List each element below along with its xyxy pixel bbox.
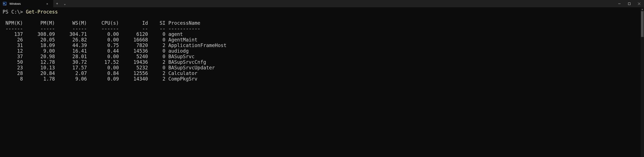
table-row: 37 20.98 28.01 0.00 5240 0 BASupSrvc: [2, 54, 642, 59]
prompt-prefix: PS C:\>: [2, 9, 26, 14]
terminal-output[interactable]: PS C:\> Get-Process NPM(K) PM(M) WS(M) C…: [0, 7, 644, 82]
svg-rect-1: [628, 2, 630, 5]
minimize-icon: [618, 2, 620, 5]
close-window-button[interactable]: [634, 0, 644, 7]
new-tab-button[interactable]: +: [53, 0, 61, 7]
tab-dropdown-button[interactable]: ⌄: [61, 0, 69, 7]
table-row: 23 10.13 17.57 0.00 5232 0 BASupSrvcUpda…: [2, 65, 642, 70]
tab-active[interactable]: >_ Windows ✕: [0, 0, 53, 7]
maximize-icon: [628, 2, 630, 5]
prompt-line: PS C:\> Get-Process: [2, 9, 642, 14]
table-row: 50 12.78 30.72 17.52 19436 2 BASupSrvcCn…: [2, 59, 642, 65]
terminal-viewport: PS C:\> Get-Process NPM(K) PM(M) WS(M) C…: [0, 7, 644, 157]
table-row: 28 20.84 2.07 0.84 12556 2 Calculator: [2, 70, 642, 76]
prompt-command: Get-Process: [26, 9, 58, 14]
powershell-icon: >_: [3, 2, 6, 5]
scroll-up-arrow-icon[interactable]: ▲: [640, 7, 644, 11]
table-header-row: NPM(K) PM(M) WS(M) CPU(s) Id SI ProcessN…: [2, 20, 642, 26]
tab-title: Windows: [10, 2, 42, 5]
blank-line: [2, 14, 642, 20]
tab-close-button[interactable]: ✕: [45, 2, 49, 6]
table-row: 137 308.09 304.71 0.00 6120 0 agent: [2, 31, 642, 37]
scroll-thumb[interactable]: [641, 11, 644, 37]
table-row: 8 1.78 9.06 0.09 14340 2 CompPkgSrv: [2, 76, 642, 82]
titlebar-drag-region[interactable]: [69, 0, 614, 7]
table-row: 26 20.05 26.82 0.00 16668 0 AgentMaint: [2, 37, 642, 42]
table-row: 31 18.09 44.39 0.75 7820 2 ApplicationFr…: [2, 42, 642, 48]
table-separator-row: ------ ----- ----- ------ -- -- --------…: [2, 26, 642, 31]
maximize-button[interactable]: [624, 0, 634, 7]
close-icon: [638, 2, 640, 5]
minimize-button[interactable]: [614, 0, 624, 7]
tabstrip-buttons: + ⌄: [53, 0, 69, 7]
vertical-scrollbar[interactable]: ▲: [640, 7, 644, 157]
window-controls: [614, 0, 644, 7]
table-row: 12 9.00 16.41 0.44 14536 0 audiodg: [2, 48, 642, 54]
titlebar: >_ Windows ✕ + ⌄: [0, 0, 644, 7]
